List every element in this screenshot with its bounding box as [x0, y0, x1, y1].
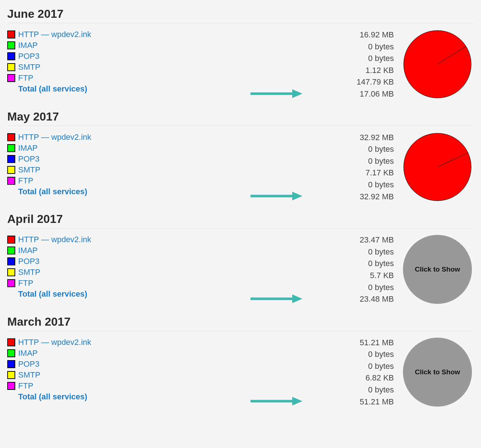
month-section: May 2017 HTTP — wpdev2.ink IMAP POP3 SMT…: [7, 110, 474, 204]
ftp-link[interactable]: FTP: [18, 381, 33, 391]
legend-row-http: HTTP — wpdev2.ink: [7, 235, 240, 244]
imap-link[interactable]: IMAP: [18, 143, 38, 153]
svg-marker-5: [292, 192, 302, 200]
swatch-smtp-icon: [7, 371, 15, 379]
value-http: 51.21 MB: [310, 338, 394, 348]
smtp-link[interactable]: SMTP: [18, 165, 40, 175]
chart-column: Click to Show: [401, 338, 474, 407]
month-title: April 2017: [7, 212, 474, 228]
value-ftp: 0 bytes: [310, 282, 394, 293]
legend-row-pop3: POP3: [7, 257, 240, 266]
smtp-link[interactable]: SMTP: [18, 268, 40, 277]
value-smtp: 6.82 KB: [310, 373, 394, 383]
legend-row-pop3: POP3: [7, 154, 240, 164]
arrow-right-icon: [249, 191, 303, 201]
value-imap: 0 bytes: [310, 349, 394, 360]
http-link[interactable]: HTTP — wpdev2.ink: [18, 338, 91, 347]
swatch-ftp-icon: [7, 382, 15, 390]
arrow-right-icon: [249, 396, 303, 406]
month-title: March 2017: [7, 315, 474, 331]
arrow-column: [247, 30, 303, 101]
pop3-link[interactable]: POP3: [18, 257, 40, 266]
value-pop3: 0 bytes: [310, 53, 394, 64]
legend-row-total: Total (all services): [7, 187, 240, 196]
swatch-pop3-icon: [7, 360, 15, 368]
pop3-link[interactable]: POP3: [18, 359, 40, 369]
imap-link[interactable]: IMAP: [18, 246, 38, 255]
click-to-show-label: Click to Show: [415, 368, 460, 376]
swatch-http-icon: [7, 338, 15, 346]
month-section: March 2017 HTTP — wpdev2.ink IMAP POP3 S…: [7, 315, 474, 409]
value-total: 17.06 MB: [310, 89, 394, 99]
total-label: Total (all services): [18, 289, 87, 299]
month-section: June 2017 HTTP — wpdev2.ink IMAP POP3 SM…: [7, 7, 474, 101]
ftp-link[interactable]: FTP: [18, 278, 33, 288]
legend-row-smtp: SMTP: [7, 370, 240, 380]
http-link[interactable]: HTTP — wpdev2.ink: [18, 30, 91, 39]
svg-marker-11: [292, 397, 302, 406]
legend-column: HTTP — wpdev2.ink IMAP POP3 SMTP FTP: [7, 30, 240, 95]
swatch-ftp-icon: [7, 279, 15, 287]
pie-chart: [403, 133, 472, 201]
value-imap: 0 bytes: [310, 144, 394, 155]
imap-link[interactable]: IMAP: [18, 349, 38, 358]
smtp-link[interactable]: SMTP: [18, 62, 40, 72]
swatch-http-icon: [7, 30, 15, 38]
legend-row-smtp: SMTP: [7, 268, 240, 277]
legend-row-imap: IMAP: [7, 41, 240, 50]
ftp-link[interactable]: FTP: [18, 176, 33, 186]
total-label: Total (all services): [18, 84, 87, 94]
value-ftp: 0 bytes: [310, 180, 394, 190]
http-link[interactable]: HTTP — wpdev2.ink: [18, 133, 91, 142]
swatch-http-icon: [7, 133, 15, 141]
ftp-link[interactable]: FTP: [18, 73, 33, 83]
swatch-pop3-icon: [7, 155, 15, 163]
legend-row-total: Total (all services): [7, 289, 240, 299]
total-label: Total (all services): [18, 187, 87, 196]
legend-row-http: HTTP — wpdev2.ink: [7, 133, 240, 142]
pie-chart: [403, 30, 472, 99]
legend-row-ftp: FTP: [7, 381, 240, 391]
chart-column: [401, 30, 474, 99]
value-smtp: 1.12 KB: [310, 65, 394, 76]
legend-row-pop3: POP3: [7, 52, 240, 61]
legend-row-ftp: FTP: [7, 73, 240, 83]
total-label: Total (all services): [18, 392, 87, 402]
swatch-imap-icon: [7, 41, 15, 49]
smtp-link[interactable]: SMTP: [18, 370, 40, 380]
value-pop3: 0 bytes: [310, 156, 394, 167]
value-http: 32.92 MB: [310, 133, 394, 143]
month-title: June 2017: [7, 7, 474, 23]
value-total: 51.21 MB: [310, 397, 394, 407]
values-column: 16.92 MB 0 bytes 0 bytes 1.12 KB 147.79 …: [310, 30, 394, 101]
chart-column: [401, 133, 474, 201]
pop3-link[interactable]: POP3: [18, 154, 40, 164]
legend-row-imap: IMAP: [7, 246, 240, 255]
legend-row-ftp: FTP: [7, 278, 240, 288]
value-ftp: 147.79 KB: [310, 77, 394, 87]
click-to-show-button[interactable]: Click to Show: [403, 235, 472, 304]
swatch-smtp-icon: [7, 166, 15, 174]
imap-link[interactable]: IMAP: [18, 41, 38, 50]
legend-row-smtp: SMTP: [7, 165, 240, 175]
pop3-link[interactable]: POP3: [18, 52, 40, 61]
swatch-pop3-icon: [7, 257, 15, 265]
values-column: 32.92 MB 0 bytes 0 bytes 7.17 KB 0 bytes…: [310, 133, 394, 204]
value-smtp: 5.7 KB: [310, 270, 394, 281]
arrow-column: [247, 235, 303, 306]
legend-row-smtp: SMTP: [7, 62, 240, 72]
swatch-ftp-icon: [7, 177, 15, 185]
click-to-show-button[interactable]: Click to Show: [403, 338, 472, 407]
value-total: 23.48 MB: [310, 294, 394, 305]
legend-column: HTTP — wpdev2.ink IMAP POP3 SMTP FTP: [7, 133, 240, 198]
http-link[interactable]: HTTP — wpdev2.ink: [18, 235, 91, 244]
svg-marker-9: [292, 294, 302, 303]
legend-row-ftp: FTP: [7, 176, 240, 186]
svg-marker-1: [292, 89, 302, 98]
legend-column: HTTP — wpdev2.ink IMAP POP3 SMTP FTP: [7, 235, 240, 300]
legend-column: HTTP — wpdev2.ink IMAP POP3 SMTP FTP: [7, 338, 240, 403]
swatch-http-icon: [7, 236, 15, 244]
arrow-column: [247, 338, 303, 409]
legend-row-total: Total (all services): [7, 392, 240, 402]
swatch-imap-icon: [7, 349, 15, 357]
